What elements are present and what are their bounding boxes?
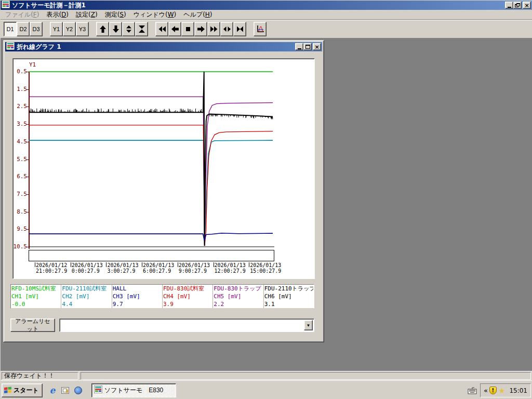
y-tick-label: 6.5: [13, 173, 27, 180]
alarm-reset-button[interactable]: アラームリセット: [10, 318, 55, 332]
menu-ファイル(F): ファイル(F): [2, 10, 43, 20]
alarm-combobox[interactable]: ▼: [59, 318, 314, 332]
task-button-softthermo[interactable]: ソフトサーモ E830: [91, 383, 176, 397]
star-icon[interactable]: ★: [499, 387, 506, 395]
legend-cell-CH5: FDU-830トラップCH5 [mV]2.2: [213, 285, 263, 308]
toolbar-expand-horizontal-button[interactable]: [220, 22, 233, 36]
legend-cell-CH4: FDU-830試料室CH4 [mV]3.9: [163, 285, 213, 308]
x-tick-mark: [142, 262, 142, 267]
title-bar: ソフトサーモ計測－計測1 ×: [1, 1, 532, 10]
toolbar-button-Y2[interactable]: Y2: [63, 22, 76, 36]
taskbar: スタート e ソフトサーモ E830 « ! ★ 15:01: [1, 380, 532, 399]
y-tick-label: 2.5: [13, 103, 27, 110]
graph-window-title: 折れ線グラフ 1: [17, 43, 295, 51]
series-line-CH2: [29, 140, 273, 244]
security-shield-icon[interactable]: !: [489, 387, 497, 394]
maximize-icon: [305, 45, 310, 49]
toolbar-button-Y3[interactable]: Y3: [76, 22, 89, 36]
x-tick-label: 2026/01/13 6:00:27.9: [143, 262, 174, 274]
toolbar-button-D3[interactable]: D3: [30, 22, 43, 36]
close-button[interactable]: ×: [523, 2, 531, 9]
y-tick-mark: [26, 177, 29, 177]
minimize-button[interactable]: [505, 2, 513, 9]
x-tick-mark: [106, 262, 107, 267]
channel-legend: RFD-10MS試料室CH1 [mV]-0.0FDU-2110試料室CH2 [m…: [10, 284, 314, 309]
restore-icon: [515, 3, 520, 8]
combo-value[interactable]: [61, 320, 303, 330]
toolbar-rewind-button[interactable]: [155, 22, 168, 36]
toolbar: D1D2D3Y1Y2Y3: [1, 19, 532, 38]
toolbar-arrow-left-button[interactable]: [168, 22, 181, 36]
ie-icon[interactable]: e: [48, 385, 57, 395]
y-tick-label: 0.5: [13, 68, 27, 75]
chart-range-box[interactable]: [29, 250, 274, 261]
x-tick-label: 2026/01/12 21:00:27.9: [36, 262, 67, 274]
legend-cell-CH3: HALLCH3 [mV]9.7: [112, 285, 163, 308]
graph-window-title-bar[interactable]: 折れ線グラフ 1 ×: [5, 42, 322, 51]
app-icon: [2, 1, 10, 10]
taskbar-clock: 15:01: [509, 387, 527, 394]
toolbar-arrow-up-button[interactable]: [96, 22, 109, 36]
legend-cell-CH1: RFD-10MS試料室CH1 [mV]-0.0: [11, 285, 61, 308]
show-desktop-icon[interactable]: [61, 385, 70, 395]
toolbar-chart-button[interactable]: [254, 22, 267, 36]
status-message: 保存ウェイト！！: [4, 372, 55, 380]
close-icon: ×: [314, 44, 319, 50]
minimize-icon: [298, 48, 301, 49]
graph-window: 折れ線グラフ 1 × Y1 2026/01/12 21:00:27.92026/…: [3, 40, 324, 342]
toolbar-expand-vertical-button[interactable]: [122, 22, 135, 36]
legend-cell-CH2: FDU-2110試料室CH2 [mV]4.4: [61, 285, 112, 308]
menu-ヘルプ(H)[interactable]: ヘルプ(H): [180, 10, 216, 20]
toolbar-collapse-horizontal-button[interactable]: [233, 22, 246, 36]
y-tick-mark: [26, 247, 29, 247]
y-tick-label: 7.5: [13, 191, 27, 197]
series-noise-CH6: [29, 109, 273, 119]
start-button[interactable]: スタート: [2, 383, 43, 397]
y-tick-label: 8.5: [13, 208, 27, 215]
task-button-icon: [94, 385, 102, 395]
series-line-CH5: [29, 97, 273, 243]
y-tick-label: 9.5: [13, 225, 27, 232]
legend-cell-CH6: FDU-2110トラップCH6 [mV]3.1: [264, 285, 314, 308]
restore-button[interactable]: [513, 2, 522, 9]
menu-設定(Z)[interactable]: 設定(Z): [72, 10, 101, 20]
graph-window-icon: [6, 42, 15, 51]
mdi-client-area: 折れ線グラフ 1 × Y1 2026/01/12 21:00:27.92026/…: [1, 38, 532, 371]
graph-window-body: Y1 2026/01/12 21:00:27.92026/01/13 0:00:…: [5, 51, 322, 332]
keyboard-icon[interactable]: [468, 387, 477, 394]
toolbar-arrow-down-button[interactable]: [109, 22, 122, 36]
toolbar-button-D2[interactable]: D2: [17, 22, 30, 36]
y-tick-mark: [26, 72, 29, 72]
tray-overflow-chevrons[interactable]: «: [484, 387, 487, 394]
windows-flag-icon: [4, 385, 12, 395]
toolbar-button-Y1[interactable]: Y1: [50, 22, 63, 36]
series-line-CH4: [29, 125, 273, 246]
x-tick-mark: [178, 262, 178, 267]
series-line-CH3: [29, 233, 273, 241]
menu-表示(D)[interactable]: 表示(D): [43, 10, 72, 20]
x-tick-label: 2026/01/13 9:00:27.9: [179, 262, 210, 274]
graph-maximize-button[interactable]: [303, 43, 312, 50]
y-tick-mark: [26, 107, 29, 107]
toolbar-collapse-vertical-button[interactable]: [135, 22, 148, 36]
graph-minimize-button[interactable]: [295, 43, 303, 50]
menu-ウィンドウ(W)[interactable]: ウィンドウ(W): [130, 10, 180, 20]
toolbar-arrow-right-button[interactable]: [194, 22, 207, 36]
start-button-label: スタート: [14, 386, 39, 395]
combo-dropdown-button[interactable]: ▼: [304, 320, 313, 330]
x-tick-mark: [35, 262, 35, 267]
y-tick-label: 4.5: [13, 138, 27, 145]
toolbar-stop-button[interactable]: [181, 22, 194, 36]
toolbar-button-D1[interactable]: D1: [4, 22, 17, 36]
menu-bar: ファイル(F)表示(D)設定(Z)測定(S)ウィンドウ(W)ヘルプ(H): [1, 10, 532, 19]
graph-close-button[interactable]: ×: [313, 43, 321, 50]
menu-測定(S)[interactable]: 測定(S): [101, 10, 130, 20]
status-extra-panel: [81, 372, 531, 380]
system-tray: « ! ★ 15:01: [480, 383, 531, 397]
browser-globe-icon[interactable]: [74, 385, 83, 395]
x-tick-label: 2026/01/13 3:00:27.9: [107, 262, 138, 274]
status-message-panel: 保存ウェイト！！: [2, 372, 78, 380]
y-tick-label: 10.5: [13, 243, 27, 250]
toolbar-fast-forward-button[interactable]: [207, 22, 220, 36]
x-tick-label: 2026/01/13 0:00:27.9: [72, 262, 103, 274]
